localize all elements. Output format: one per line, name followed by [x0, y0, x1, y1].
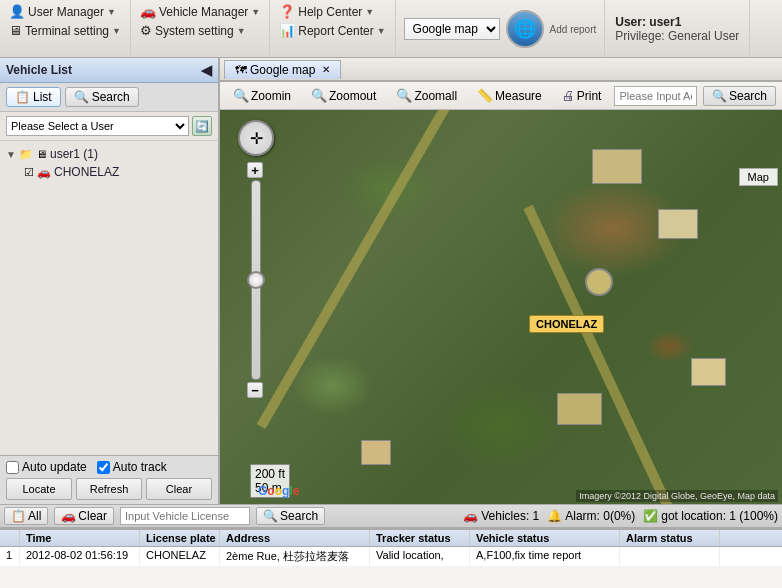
- locate-button[interactable]: Locate: [6, 478, 72, 500]
- all-button[interactable]: 📋 All: [4, 507, 48, 525]
- clear-button-container: 🚗 Clear: [54, 507, 114, 525]
- td-alarm: [620, 547, 720, 566]
- vehicle-panel: Vehicle List ◀ 📋 List 🔍 Search Please Se…: [0, 58, 220, 504]
- clear-icon: 🚗: [61, 509, 76, 523]
- system-icon: ⚙: [140, 23, 152, 38]
- zoomall-label: Zoomall: [414, 89, 457, 103]
- user-icon: 👤: [9, 4, 25, 19]
- map-search-label: Search: [729, 89, 767, 103]
- terminal-setting-menu[interactable]: 🖥 Terminal setting ▼: [4, 21, 126, 40]
- th-tracker: Tracker status: [370, 530, 470, 546]
- zoomout-button[interactable]: 🔍 Zoomout: [304, 85, 383, 106]
- dome-building: [585, 268, 613, 296]
- car-icon: 🚗: [37, 166, 51, 179]
- clear-button[interactable]: Clear: [146, 478, 212, 500]
- auto-update-checkbox[interactable]: [6, 461, 19, 474]
- measure-label: Measure: [495, 89, 542, 103]
- zoomall-button[interactable]: 🔍 Zoomall: [389, 85, 464, 106]
- all-button-container: 📋 All: [4, 507, 48, 525]
- user-manager-menu[interactable]: 👤 User Manager ▼: [4, 2, 126, 21]
- td-num: 1: [0, 547, 20, 566]
- zoomin-label: Zoomin: [251, 89, 291, 103]
- measure-button[interactable]: 📏 Measure: [470, 85, 549, 106]
- map-type-button[interactable]: Map: [739, 168, 778, 186]
- report-center-menu[interactable]: 📊 Report Center ▼: [274, 21, 390, 40]
- all-label: All: [28, 509, 41, 523]
- map-tab-google[interactable]: 🗺 Google map ✕: [224, 60, 341, 79]
- zoomin-icon: 🔍: [233, 88, 249, 103]
- auto-track-checkbox[interactable]: [97, 461, 110, 474]
- location-status: ✅ got location: 1 (100%): [643, 509, 778, 523]
- location-icon: ✅: [643, 509, 658, 523]
- content-row: Vehicle List ◀ 📋 List 🔍 Search Please Se…: [0, 58, 782, 504]
- system-label: System setting: [155, 24, 234, 38]
- status-bar: 📋 All 🚗 Clear 🔍 Search 🚗 Vehicles: 1 🔔 A…: [0, 504, 782, 528]
- map-select-section: Google map Bing map 🌐 Add report: [396, 0, 606, 57]
- map-tab-close[interactable]: ✕: [322, 64, 330, 75]
- road-2: [523, 205, 680, 504]
- tree-child-node[interactable]: ☑ 🚗 CHONELAZ: [4, 163, 214, 181]
- auto-update-label[interactable]: Auto update: [6, 460, 87, 474]
- map-panel: 🗺 Google map ✕ 🔍 Zoomin 🔍 Zoomout 🔍 Zoom…: [220, 58, 782, 504]
- zoom-plus-button[interactable]: +: [247, 162, 263, 178]
- map-satellite: [220, 110, 782, 504]
- compass[interactable]: ✛: [238, 120, 274, 156]
- tree-root-label: user1 (1): [50, 147, 98, 161]
- vehicle-manager-arrow: ▼: [251, 7, 260, 17]
- zoomin-button[interactable]: 🔍 Zoomin: [226, 85, 298, 106]
- th-num: [0, 530, 20, 546]
- auto-update-text: Auto update: [22, 460, 87, 474]
- tree-root-node[interactable]: ▼ 📁 🖥 user1 (1): [4, 145, 214, 163]
- add-report-label: Add report: [550, 24, 597, 35]
- vehicles-status: 🚗 Vehicles: 1: [463, 509, 539, 523]
- zoom-handle[interactable]: [247, 271, 265, 289]
- alarm-status: 🔔 Alarm: 0(0%): [547, 509, 635, 523]
- report-arrow: ▼: [377, 26, 386, 36]
- map-type-select[interactable]: Google map Bing map: [404, 18, 500, 40]
- map-controls: ✛ + −: [238, 120, 274, 380]
- auto-track-label[interactable]: Auto track: [97, 460, 167, 474]
- help-center-menu[interactable]: ❓ Help Center ▼: [274, 2, 390, 21]
- status-clear-button[interactable]: 🚗 Clear: [54, 507, 114, 525]
- status-search-button[interactable]: 🔍 Search: [256, 507, 325, 525]
- globe-button[interactable]: 🌐: [506, 10, 544, 48]
- vehicle-map-label: CHONELAZ: [529, 315, 604, 333]
- table-header: Time License plate Address Tracker statu…: [0, 530, 782, 547]
- building-5: [361, 440, 391, 465]
- help-icon: ❓: [279, 4, 295, 19]
- user-manager-label: User Manager: [28, 5, 104, 19]
- collapse-icon[interactable]: ◀: [201, 62, 212, 78]
- vehicle-license-input[interactable]: [120, 507, 250, 525]
- help-center-section: ❓ Help Center ▼ 📊 Report Center ▼: [270, 0, 395, 57]
- map-search-button[interactable]: 🔍 Search: [703, 86, 776, 106]
- terminal-arrow: ▼: [112, 26, 121, 36]
- th-time: Time: [20, 530, 140, 546]
- road-1: [257, 110, 466, 429]
- help-arrow: ▼: [365, 7, 374, 17]
- th-alarm: Alarm status: [620, 530, 720, 546]
- tree-area: ▼ 📁 🖥 user1 (1) ☑ 🚗 CHONELAZ: [0, 141, 218, 455]
- action-buttons: Locate Refresh Clear: [6, 478, 212, 500]
- tab-search[interactable]: 🔍 Search: [65, 87, 139, 107]
- zoom-minus-button[interactable]: −: [247, 382, 263, 398]
- zoom-bar: [251, 180, 261, 380]
- building-1: [658, 209, 698, 239]
- address-input[interactable]: [614, 86, 697, 106]
- tab-list-label: List: [33, 90, 52, 104]
- vehicle-manager-menu[interactable]: 🚗 Vehicle Manager ▼: [135, 2, 265, 21]
- zoomout-icon: 🔍: [311, 88, 327, 103]
- expand-icon: ▼: [6, 149, 16, 160]
- refresh-button[interactable]: Refresh: [76, 478, 142, 500]
- measure-icon: 📏: [477, 88, 493, 103]
- user-select[interactable]: Please Select a User: [6, 116, 189, 136]
- tab-list[interactable]: 📋 List: [6, 87, 61, 107]
- all-icon: 📋: [11, 509, 26, 523]
- map-container[interactable]: Map ✛ + − CHONELAZ 200 ft: [220, 110, 782, 504]
- vehicle-manager-section: 🚗 Vehicle Manager ▼ ⚙ System setting ▼: [131, 0, 270, 57]
- vehicle-manager-label: Vehicle Manager: [159, 5, 248, 19]
- vehicle-icon: 🚗: [140, 4, 156, 19]
- th-vehicle-status: Vehicle status: [470, 530, 620, 546]
- user-refresh-btn[interactable]: 🔄: [192, 116, 212, 136]
- system-setting-menu[interactable]: ⚙ System setting ▼: [135, 21, 265, 40]
- print-button[interactable]: 🖨 Print: [555, 85, 609, 106]
